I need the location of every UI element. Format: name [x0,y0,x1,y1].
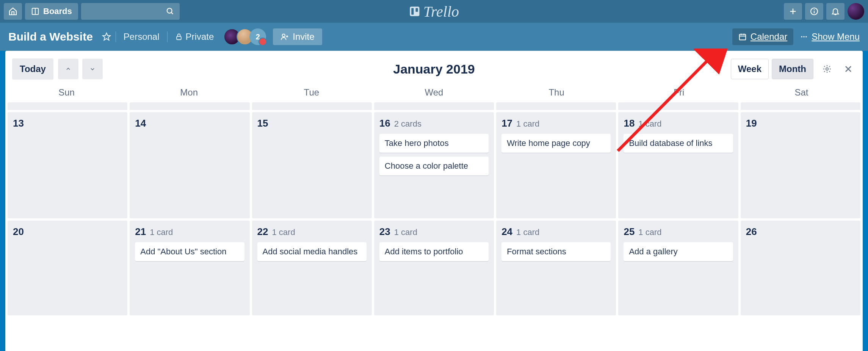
calendar-grid: 13 14 15 162 cards Take hero photos Choo… [5,102,863,315]
chevron-down-icon [90,65,95,73]
team-button[interactable]: Personal [118,28,166,45]
next-button[interactable] [82,59,103,79]
star-board-button[interactable] [99,28,114,45]
calendar-card[interactable]: Add a gallery [624,242,733,261]
day-header: Tue [250,87,373,98]
trello-icon [409,6,420,17]
calendar-card[interactable]: Add social media handles [257,242,367,261]
calendar-day-cell[interactable]: 26 [741,221,860,315]
day-header: Fri [618,87,740,98]
show-menu-button[interactable]: Show Menu [800,31,860,42]
app-logo[interactable]: Trello [409,3,459,20]
calendar-card[interactable]: Add "About Us" section [135,242,244,261]
home-button[interactable] [4,3,22,20]
calendar-day-cell[interactable]: 13 [8,112,127,218]
boards-label: Boards [43,6,72,16]
nav-buttons [58,59,103,79]
calendar-panel: Today January 2019 Week Month Sun Mon Tu… [5,51,863,351]
svg-rect-5 [411,8,414,15]
day-number: 20 [13,226,24,238]
calendar-week-row: 20 211 card Add "About Us" section 221 c… [5,221,863,315]
header-right-group [784,3,864,20]
month-view-button[interactable]: Month [772,59,813,79]
member-count-badge[interactable]: 2 [249,28,266,45]
board-members[interactable]: 2 [224,28,266,45]
calendar-card[interactable]: Take hero photos [379,134,489,153]
day-header: Wed [373,87,495,98]
notifications-button[interactable] [826,3,844,20]
divider [116,31,116,42]
invite-button[interactable]: Invite [273,28,322,45]
prev-button[interactable] [58,59,78,79]
day-header: Sat [740,87,863,98]
more-icon [800,33,808,41]
svg-point-11 [814,9,815,10]
close-calendar-button[interactable] [841,61,856,77]
add-user-icon [280,33,289,41]
day-number: 17 [501,118,512,129]
calendar-day-cell[interactable]: 20 [8,221,127,315]
calendar-day-cell[interactable]: 221 card Add social media handles [252,221,372,315]
svg-rect-6 [415,8,418,12]
calendar-toolbar: Today January 2019 Week Month [5,51,863,84]
logo-text: Trello [423,3,459,20]
svg-point-24 [826,68,828,70]
visibility-label: Private [186,31,214,42]
week-view-button[interactable]: Week [731,59,769,79]
calendar-settings-button[interactable] [819,61,835,77]
profile-avatar[interactable] [848,3,864,20]
bell-icon [831,7,840,16]
board-header-right: Calendar Show Menu [732,28,860,45]
gear-icon [823,64,832,74]
calendar-day-cell[interactable]: 181 card Build database of links [618,112,738,218]
boards-button[interactable]: Boards [25,3,78,20]
day-header: Sun [5,87,128,98]
day-number: 25 [624,226,635,238]
prev-week-stub [5,102,863,110]
boards-icon [31,7,39,16]
svg-point-22 [804,36,805,37]
divider [167,31,168,42]
search-icon [166,7,174,16]
svg-point-14 [282,34,285,37]
show-menu-label: Show Menu [812,31,860,42]
card-count: 1 card [150,227,173,237]
calendar-day-cell[interactable]: 231 card Add items to portfolio [374,221,494,315]
calendar-card[interactable]: Format sections [501,242,611,261]
calendar-day-cell[interactable]: 14 [130,112,249,218]
board-header: Build a Website Personal Private 2 Invit… [0,23,868,51]
info-icon [810,7,819,16]
card-count: 1 card [638,227,661,237]
svg-rect-13 [177,36,181,39]
search-input[interactable] [81,3,180,20]
calendar-day-cell[interactable]: 251 card Add a gallery [618,221,738,315]
calendar-day-cell[interactable]: 171 card Write home page copy [496,112,616,218]
today-button[interactable]: Today [12,58,53,80]
calendar-week-row: 13 14 15 162 cards Take hero photos Choo… [5,112,863,218]
day-number: 23 [379,226,390,238]
header-left-group: Boards [4,3,180,20]
calendar-day-cell[interactable]: 162 cards Take hero photos Choose a colo… [374,112,494,218]
day-number: 22 [257,226,268,238]
calendar-card[interactable]: Write home page copy [501,134,611,153]
team-label: Personal [124,31,160,42]
svg-point-21 [801,36,802,37]
calendar-card[interactable]: Choose a color palette [379,157,489,176]
svg-line-3 [171,13,173,14]
visibility-button[interactable]: Private [169,28,220,45]
calendar-day-cell[interactable]: 19 [741,112,860,218]
card-count: 1 card [516,119,539,129]
day-number: 18 [624,118,635,129]
home-icon [8,7,17,16]
create-button[interactable] [784,3,802,20]
board-title: Build a Website [8,30,93,43]
calendar-day-cell[interactable]: 241 card Format sections [496,221,616,315]
day-number: 24 [501,226,512,238]
calendar-day-cell[interactable]: 15 [252,112,372,218]
calendar-powerup-button[interactable]: Calendar [732,28,793,45]
calendar-card[interactable]: Build database of links [624,134,733,153]
info-button[interactable] [805,3,823,20]
calendar-day-cell[interactable]: 211 card Add "About Us" section [130,221,249,315]
calendar-card[interactable]: Add items to portfolio [379,242,489,261]
calendar-title: January 2019 [393,62,475,77]
